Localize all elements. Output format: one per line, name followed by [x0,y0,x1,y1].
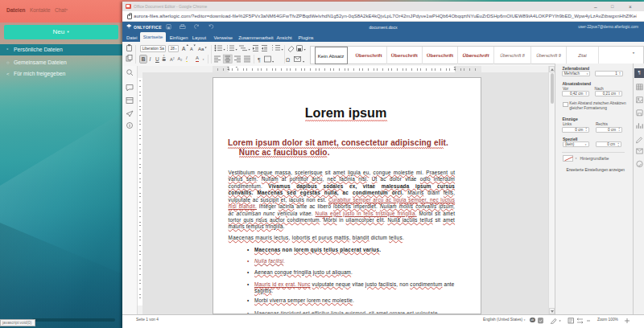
svg-text:¶: ¶ [258,57,261,63]
svg-text:Aa: Aa [198,47,204,51]
svg-text:A: A [190,47,193,51]
svg-text:Ω: Ω [286,57,290,63]
svg-text:A: A [182,46,186,51]
